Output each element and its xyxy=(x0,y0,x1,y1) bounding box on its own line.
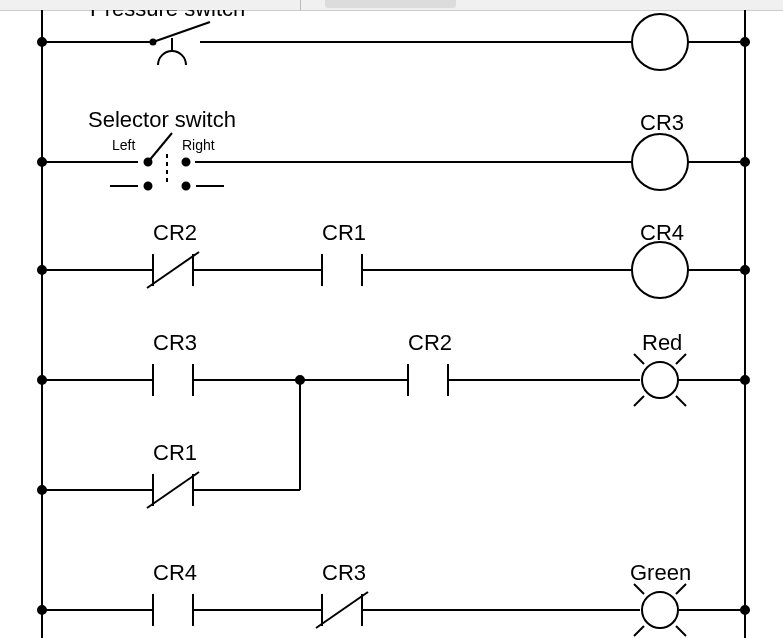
svg-point-14 xyxy=(145,183,152,190)
svg-line-24 xyxy=(147,252,199,288)
rung1-title: Selector switch xyxy=(88,107,236,132)
svg-line-44 xyxy=(634,396,644,406)
rung-2: CR2 CR1 CR4 xyxy=(38,220,749,298)
svg-point-41 xyxy=(642,362,678,398)
no-contact-cr2 xyxy=(408,364,448,396)
no-contact-cr4 xyxy=(153,594,193,626)
no-contact-cr3 xyxy=(153,364,193,396)
svg-line-45 xyxy=(676,396,686,406)
svg-point-31 xyxy=(741,266,749,274)
rung0-output-coil xyxy=(632,14,688,70)
svg-point-47 xyxy=(38,376,46,384)
rung0-title: Pressure switch xyxy=(90,10,245,21)
svg-line-67 xyxy=(634,626,644,636)
svg-point-11 xyxy=(183,159,190,166)
rung3-output-label: Red xyxy=(642,330,682,355)
rung5-output-label: Green xyxy=(630,560,691,585)
svg-line-62 xyxy=(316,592,368,628)
svg-point-7 xyxy=(741,38,749,46)
rung1-output-coil xyxy=(632,134,688,190)
svg-line-1 xyxy=(153,22,210,42)
nc-contact-cr3b xyxy=(316,592,368,628)
rung1-left-label: Left xyxy=(112,137,135,153)
svg-line-10 xyxy=(148,133,172,162)
rung2-output-coil xyxy=(632,242,688,298)
rung2-no-label: CR1 xyxy=(322,220,366,245)
svg-point-71 xyxy=(741,606,749,614)
svg-point-19 xyxy=(38,158,46,166)
pdf-viewer: Automatic Zoom Pressure switch xyxy=(0,0,783,638)
rung-5: CR4 CR3 Green xyxy=(38,560,749,636)
svg-point-48 xyxy=(741,376,749,384)
svg-line-66 xyxy=(676,584,686,594)
svg-line-42 xyxy=(634,354,644,364)
svg-point-6 xyxy=(38,38,46,46)
svg-point-20 xyxy=(741,158,749,166)
pressure-switch-symbol xyxy=(151,22,211,65)
svg-point-55 xyxy=(38,486,46,494)
rung1-right-label: Right xyxy=(182,137,215,153)
rung5-nc-label: CR3 xyxy=(322,560,366,585)
svg-point-64 xyxy=(642,592,678,628)
svg-line-65 xyxy=(634,584,644,594)
svg-line-52 xyxy=(147,472,199,508)
zoom-label: Automatic Zoom xyxy=(335,0,430,2)
rung-3: CR3 CR2 Red xyxy=(38,330,749,406)
svg-point-2 xyxy=(151,40,156,45)
rung-1: Selector switch Left Right CR3 xyxy=(38,107,749,190)
nc-contact-cr1 xyxy=(147,472,199,508)
no-contact-cr1 xyxy=(322,254,362,286)
nc-contact-cr2 xyxy=(147,252,199,288)
svg-point-15 xyxy=(183,183,190,190)
svg-point-70 xyxy=(38,606,46,614)
toolbar-separator xyxy=(300,0,301,10)
rung3-nob-label: CR2 xyxy=(408,330,452,355)
rung1-output-label: CR3 xyxy=(640,110,684,135)
rung-0: Pressure switch xyxy=(38,10,749,70)
rung2-nc-label: CR2 xyxy=(153,220,197,245)
rung4-nc-label: CR1 xyxy=(153,440,197,465)
svg-line-68 xyxy=(676,626,686,636)
svg-line-43 xyxy=(676,354,686,364)
svg-point-30 xyxy=(38,266,46,274)
zoom-dropdown[interactable]: Automatic Zoom xyxy=(325,0,456,8)
rung5-no-label: CR4 xyxy=(153,560,197,585)
rung-4-parallel: CR1 xyxy=(38,380,300,508)
ladder-diagram: Pressure switch Selector switch Left xyxy=(0,10,783,638)
rung3-noa-label: CR3 xyxy=(153,330,197,355)
